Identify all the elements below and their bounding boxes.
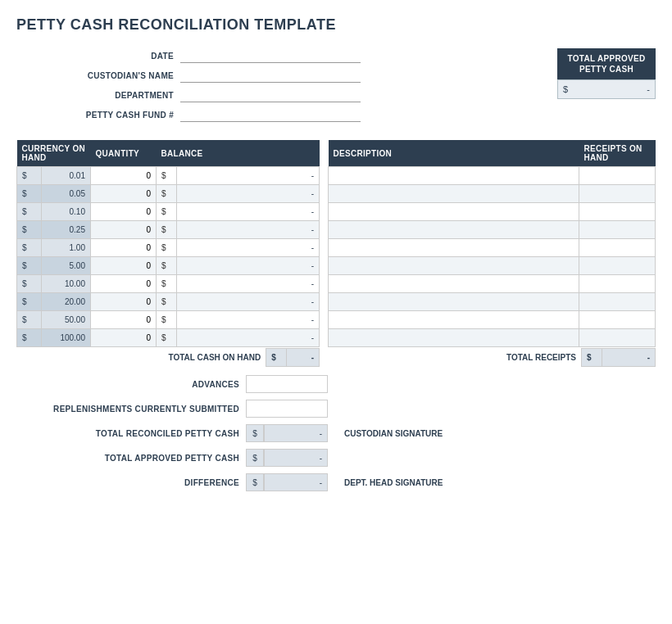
row-amount: 0.01 — [42, 167, 91, 185]
custodian-input[interactable] — [180, 68, 361, 83]
row-desc[interactable] — [329, 239, 579, 257]
left-table-row: $ 0.25 $ - — [17, 221, 320, 239]
row-amount: 1.00 — [42, 239, 91, 257]
row-receipts[interactable] — [579, 185, 656, 203]
row-desc[interactable] — [329, 329, 579, 347]
currency-table: CURRENCY ON HAND QUANTITY BALANCE $ 0.01… — [16, 140, 320, 347]
right-table-row — [329, 329, 656, 347]
total-approved-amount: - — [647, 84, 650, 94]
row-bal-dollar: $ — [157, 329, 177, 347]
bottom-section: ADVANCES REPLENISHMENTS CURRENTLY SUBMIT… — [16, 375, 656, 491]
row-receipts[interactable] — [579, 311, 656, 329]
row-bal-dollar: $ — [157, 293, 177, 311]
difference-label: DIFFERENCE — [16, 478, 246, 487]
quantity-header: QUANTITY — [91, 140, 157, 167]
custodian-label: CUSTODIAN'S NAME — [16, 71, 180, 80]
row-dollar: $ — [17, 167, 42, 185]
row-qty[interactable] — [91, 329, 157, 347]
receipts-table: DESCRIPTION RECEIPTS ON HAND — [328, 140, 656, 347]
top-section: DATE CUSTODIAN'S NAME DEPARTMENT PETTY C… — [16, 48, 656, 127]
total-cash-val: - — [287, 349, 320, 367]
row-desc[interactable] — [329, 185, 579, 203]
row-receipts[interactable] — [579, 329, 656, 347]
advances-input[interactable] — [246, 375, 328, 393]
date-input[interactable] — [180, 48, 361, 63]
row-bal-dollar: $ — [157, 275, 177, 293]
difference-dollar: $ — [246, 473, 264, 491]
right-table-row — [329, 203, 656, 221]
row-desc[interactable] — [329, 275, 579, 293]
total-reconciled-dollar: $ — [246, 424, 264, 442]
total-reconciled-row: TOTAL RECONCILED PETTY CASH $ - CUSTODIA… — [16, 424, 656, 442]
row-bal-val: - — [177, 203, 320, 221]
row-amount: 10.00 — [42, 275, 91, 293]
left-table-row: $ 0.10 $ - — [17, 203, 320, 221]
row-receipts[interactable] — [579, 239, 656, 257]
row-qty[interactable] — [91, 311, 157, 329]
row-bal-val: - — [177, 311, 320, 329]
total-approved-calc: $ - — [246, 449, 328, 467]
fund-input[interactable] — [180, 107, 361, 122]
row-qty[interactable] — [91, 293, 157, 311]
row-dollar: $ — [17, 221, 42, 239]
row-dollar: $ — [17, 311, 42, 329]
row-receipts[interactable] — [579, 275, 656, 293]
row-qty[interactable] — [91, 221, 157, 239]
row-desc[interactable] — [329, 203, 579, 221]
row-desc[interactable] — [329, 293, 579, 311]
total-approved-petty-dollar: $ — [246, 449, 264, 467]
currency-on-hand-header: CURRENCY ON HAND — [17, 140, 91, 167]
row-receipts[interactable] — [579, 203, 656, 221]
row-receipts[interactable] — [579, 293, 656, 311]
difference-row: DIFFERENCE $ - DEPT. HEAD SIGNATURE — [16, 473, 656, 491]
right-table-row — [329, 275, 656, 293]
row-bal-val: - — [177, 239, 320, 257]
advances-row: ADVANCES — [16, 375, 656, 393]
row-qty[interactable] — [91, 239, 157, 257]
row-bal-val: - — [177, 221, 320, 239]
row-amount: 0.05 — [42, 185, 91, 203]
row-dollar: $ — [17, 293, 42, 311]
row-amount: 50.00 — [42, 311, 91, 329]
row-bal-dollar: $ — [157, 185, 177, 203]
right-total-table: TOTAL RECEIPTS $ - — [328, 348, 656, 367]
left-table-row: $ 100.00 $ - — [17, 329, 320, 347]
row-receipts[interactable] — [579, 257, 656, 275]
right-table-row — [329, 221, 656, 239]
row-receipts[interactable] — [579, 167, 656, 185]
row-desc[interactable] — [329, 257, 579, 275]
department-label: DEPARTMENT — [16, 91, 180, 100]
row-bal-val: - — [177, 185, 320, 203]
row-bal-dollar: $ — [157, 203, 177, 221]
row-bal-val: - — [177, 293, 320, 311]
left-table-row: $ 0.05 $ - — [17, 185, 320, 203]
left-table-row: $ 0.01 $ - — [17, 167, 320, 185]
replenishments-input[interactable] — [246, 400, 328, 418]
row-dollar: $ — [17, 185, 42, 203]
row-dollar: $ — [17, 203, 42, 221]
difference-calc: $ - — [246, 473, 328, 491]
right-table-container: DESCRIPTION RECEIPTS ON HAND — [328, 140, 656, 367]
replenishments-row: REPLENISHMENTS CURRENTLY SUBMITTED — [16, 400, 656, 418]
row-desc[interactable] — [329, 221, 579, 239]
right-table-row — [329, 311, 656, 329]
row-bal-val: - — [177, 257, 320, 275]
row-qty[interactable] — [91, 275, 157, 293]
row-qty[interactable] — [91, 185, 157, 203]
total-cash-label: TOTAL CASH ON HAND — [16, 349, 266, 367]
total-reconciled-label: TOTAL RECONCILED PETTY CASH — [16, 429, 246, 438]
row-desc[interactable] — [329, 311, 579, 329]
row-receipts[interactable] — [579, 221, 656, 239]
total-approved-header: TOTAL APPROVED PETTY CASH — [557, 48, 656, 79]
row-bal-dollar: $ — [157, 239, 177, 257]
right-table-row — [329, 185, 656, 203]
row-bal-dollar: $ — [157, 167, 177, 185]
row-desc[interactable] — [329, 167, 579, 185]
row-qty[interactable] — [91, 203, 157, 221]
row-amount: 0.25 — [42, 221, 91, 239]
total-cash-row: TOTAL CASH ON HAND $ - — [16, 349, 320, 367]
department-input[interactable] — [180, 88, 361, 102]
row-qty[interactable] — [91, 257, 157, 275]
replenishments-label: REPLENISHMENTS CURRENTLY SUBMITTED — [16, 405, 246, 414]
row-qty[interactable] — [91, 167, 157, 185]
